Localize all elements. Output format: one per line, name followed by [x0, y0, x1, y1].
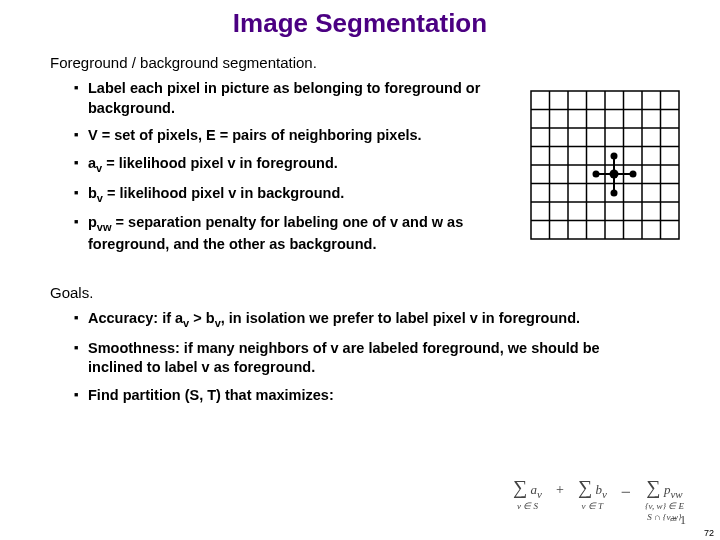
svg-point-19: [611, 190, 618, 197]
section-heading-2: Goals.: [50, 283, 670, 303]
svg-point-21: [630, 171, 637, 178]
bullet-list-2: Accuracy: if av > bv, in isolation we pr…: [50, 309, 670, 405]
svg-point-20: [593, 171, 600, 178]
bullet-item: av = likelihood pixel v in foreground.: [74, 154, 488, 176]
page-number: 72: [704, 528, 714, 538]
bullet-item: Smoothness: if many neighbors of v are l…: [74, 339, 608, 378]
bullet-item: Find partition (S, T) that maximizes:: [74, 386, 608, 406]
svg-point-18: [611, 153, 618, 160]
bullet-item: bv = likelihood pixel v in background.: [74, 184, 488, 206]
bullet-item: pvw = separation penalty for labeling on…: [74, 213, 488, 254]
bullet-item: Accuracy: if av > bv, in isolation we pr…: [74, 309, 608, 331]
bullet-item: V = set of pixels, E = pairs of neighbor…: [74, 126, 488, 146]
objective-formula: ∑ av v ∈ S + ∑ bv v ∈ T − ∑ pvw {v, w} ∈…: [513, 480, 684, 522]
section-heading-1: Foreground / background segmentation.: [50, 53, 670, 73]
pixel-grid-figure: [530, 90, 680, 244]
slide-title: Image Segmentation: [0, 8, 720, 39]
svg-point-17: [610, 170, 619, 179]
bullet-item: Label each pixel in picture as belonging…: [74, 79, 488, 118]
